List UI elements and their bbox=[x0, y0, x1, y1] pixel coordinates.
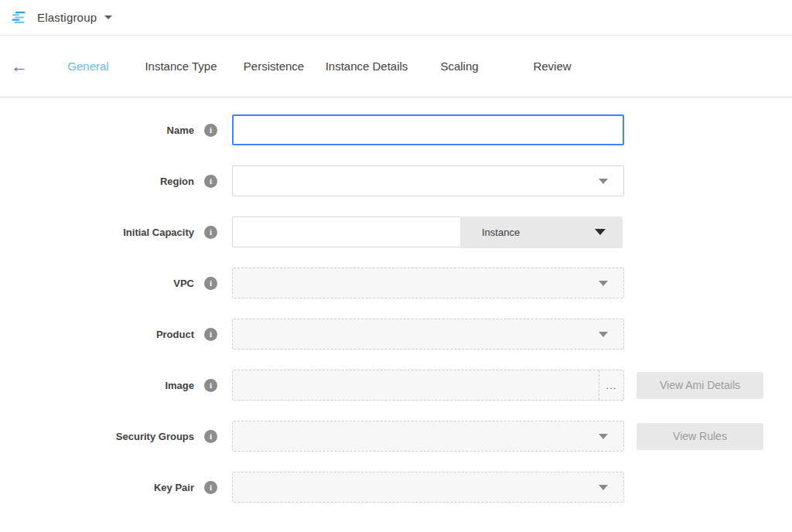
name-label: Name bbox=[167, 124, 194, 136]
image-row: Image i ... View Ami Details bbox=[0, 370, 792, 401]
product-label: Product bbox=[156, 329, 194, 340]
name-row: Name i bbox=[0, 114, 792, 145]
image-input-group: ... bbox=[232, 370, 624, 401]
key-pair-row: Key Pair i bbox=[0, 472, 792, 503]
view-rules-button[interactable]: View Rules bbox=[637, 423, 763, 450]
vpc-label: VPC bbox=[173, 278, 194, 289]
tab-instance-type[interactable]: Instance Type bbox=[135, 60, 227, 73]
vpc-chevron-down-icon bbox=[599, 281, 608, 286]
product-select bbox=[232, 319, 624, 350]
elastigroup-logo-icon bbox=[11, 9, 29, 27]
tab-instance-details[interactable]: Instance Details bbox=[320, 60, 413, 73]
security-groups-row: Security Groups i View Rules bbox=[0, 421, 792, 452]
capacity-unit-select[interactable]: Instance bbox=[460, 217, 623, 248]
product-row: Product i bbox=[0, 319, 792, 350]
region-chevron-down-icon bbox=[599, 179, 608, 184]
image-info-icon[interactable]: i bbox=[204, 379, 217, 392]
security-groups-info-icon[interactable]: i bbox=[204, 430, 217, 443]
tab-general[interactable]: General bbox=[42, 60, 135, 73]
security-groups-chevron-down-icon bbox=[599, 434, 608, 439]
region-select[interactable] bbox=[232, 165, 624, 196]
initial-capacity-info-icon[interactable]: i bbox=[204, 226, 217, 239]
image-browse-button[interactable]: ... bbox=[599, 370, 623, 400]
name-info-icon[interactable]: i bbox=[204, 124, 217, 137]
key-pair-select bbox=[232, 472, 624, 503]
vpc-info-icon[interactable]: i bbox=[204, 277, 217, 290]
region-label: Region bbox=[160, 176, 194, 187]
key-pair-info-icon[interactable]: i bbox=[204, 481, 217, 494]
vpc-select bbox=[232, 268, 624, 298]
wizard-tab-bar: ← General Instance Type Persistence Inst… bbox=[0, 36, 792, 97]
key-pair-label: Key Pair bbox=[154, 482, 194, 493]
initial-capacity-input[interactable] bbox=[232, 217, 460, 247]
back-arrow-icon[interactable]: ← bbox=[11, 58, 42, 75]
name-input[interactable] bbox=[232, 114, 624, 145]
security-groups-select bbox=[232, 421, 624, 452]
tab-persistence[interactable]: Persistence bbox=[227, 60, 320, 73]
view-ami-details-button[interactable]: View Ami Details bbox=[637, 372, 763, 399]
security-groups-label: Security Groups bbox=[116, 431, 194, 442]
image-input bbox=[233, 370, 599, 400]
app-header: Elastigroup bbox=[0, 0, 792, 36]
app-title[interactable]: Elastigroup bbox=[37, 11, 97, 24]
image-label: Image bbox=[165, 380, 194, 391]
vpc-row: VPC i bbox=[0, 268, 792, 298]
product-chevron-down-icon bbox=[599, 332, 608, 337]
region-row: Region i bbox=[0, 165, 792, 196]
tab-scaling[interactable]: Scaling bbox=[413, 60, 506, 73]
product-info-icon[interactable]: i bbox=[204, 328, 217, 341]
initial-capacity-row: Initial Capacity i Instance bbox=[0, 217, 792, 247]
key-pair-chevron-down-icon bbox=[599, 485, 608, 490]
general-settings-form: Name i Region i Initial Capacity i Insta… bbox=[0, 97, 792, 503]
capacity-unit-chevron-down-icon bbox=[595, 229, 606, 235]
app-menu-chevron-down-icon[interactable] bbox=[104, 15, 112, 19]
initial-capacity-label: Initial Capacity bbox=[123, 227, 194, 238]
tab-review[interactable]: Review bbox=[506, 60, 599, 73]
capacity-unit-value: Instance bbox=[482, 227, 520, 238]
region-info-icon[interactable]: i bbox=[204, 175, 217, 188]
